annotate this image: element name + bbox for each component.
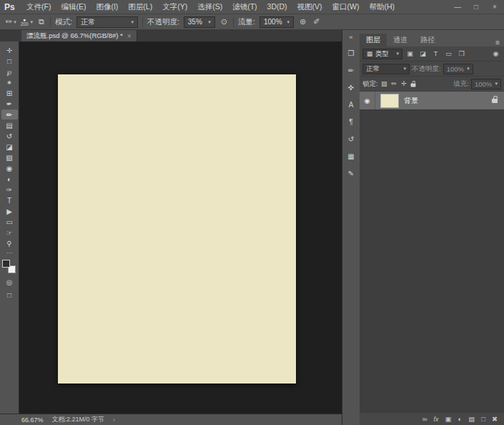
lock-image-pixels-icon[interactable]: ✏ (390, 79, 398, 89)
menu-help[interactable]: 帮助(H) (365, 0, 400, 14)
link-layers-icon[interactable]: ∞ (423, 415, 428, 423)
character-panel-icon[interactable]: A (345, 99, 357, 110)
menu-window[interactable]: 窗口(W) (327, 0, 365, 14)
notes-panel-icon[interactable]: ✎ (345, 168, 357, 179)
zoom-tool[interactable]: ⚲ (1, 238, 18, 248)
move-tool[interactable]: ✛ (1, 45, 18, 55)
add-layer-mask-icon[interactable]: ▣ (445, 415, 452, 423)
layer-style-icon[interactable]: fx (434, 416, 439, 423)
tab-paths[interactable]: 路径 (414, 34, 441, 47)
quick-mask-button[interactable]: ◎ (1, 277, 18, 287)
document-tab[interactable]: 漂流瓶.psd @ 66.7%(RGB/8#) * × (21, 30, 137, 41)
filter-kind-select[interactable]: ▦ 类型 ▾ (362, 49, 402, 59)
paragraph-panel-icon[interactable]: ¶ (345, 117, 357, 127)
gradient-tool[interactable]: ▧ (1, 152, 18, 162)
clone-source-panel-icon[interactable]: ✜ (345, 82, 357, 93)
maximize-button[interactable]: □ (467, 0, 485, 14)
pen-pressure-opacity-icon[interactable]: ⊙ (219, 17, 229, 26)
tab-layers[interactable]: 图层 (360, 34, 387, 47)
delete-layer-icon[interactable]: ✖ (492, 415, 498, 423)
layers-panel-footer: ∞ fx ▣ ◐ ▤ □ ✖ (360, 412, 504, 425)
new-adjustment-layer-icon[interactable]: ◐ (458, 415, 463, 423)
status-options-arrow-icon[interactable]: › (113, 416, 115, 424)
dodge-tool[interactable]: ◐ (1, 174, 18, 184)
filter-shape-icon[interactable]: ▭ (443, 49, 454, 59)
marquee-tool[interactable]: □ (1, 56, 18, 66)
menu-3d[interactable]: 3D(D) (262, 0, 292, 14)
airbrush-icon[interactable]: ⊛ (298, 17, 307, 26)
panel-menu-icon[interactable]: ≡ (495, 39, 504, 47)
pages-panel-icon[interactable]: ❐ (345, 48, 357, 59)
type-tool[interactable]: T (1, 195, 18, 205)
menu-select[interactable]: 选择(S) (192, 0, 227, 14)
filter-pixel-icon[interactable]: ▣ (405, 49, 415, 59)
menu-layer[interactable]: 图层(L) (123, 0, 157, 14)
brush-preset-picker[interactable]: ● 200 ▾ (21, 17, 33, 27)
layer-opacity-select[interactable]: 100% ▾ (443, 64, 473, 74)
histogram-panel-icon[interactable]: ▦ (345, 151, 357, 162)
brush-panel-icon[interactable]: ✏ (345, 65, 357, 76)
layer-thumbnail[interactable] (380, 94, 399, 108)
clone-stamp-tool[interactable]: ▤ (1, 120, 18, 130)
fill-select[interactable]: 100% ▾ (471, 79, 501, 89)
layer-list: ◉ 背景 (360, 92, 504, 412)
flow-select[interactable]: 100% ▾ (260, 16, 294, 28)
collapse-dock-icon[interactable]: « (349, 34, 352, 41)
path-select-tool[interactable]: ▶ (1, 206, 18, 216)
new-layer-icon[interactable]: □ (481, 415, 485, 423)
quick-select-tool[interactable]: ✶ (1, 77, 18, 87)
tab-channels[interactable]: 通道 (387, 34, 414, 47)
lasso-tool[interactable]: ℘ (1, 67, 18, 77)
canvas-area[interactable] (19, 41, 342, 414)
hand-tool[interactable]: ☞ (1, 228, 18, 238)
opacity-value: 35% (188, 18, 202, 26)
document-canvas[interactable] (58, 74, 296, 384)
more-tools-button[interactable]: ⋯ (1, 250, 18, 256)
layer-row-background[interactable]: ◉ 背景 (360, 92, 504, 110)
layer-blend-mode-select[interactable]: 正常 ▾ (362, 64, 410, 74)
menu-filter[interactable]: 滤镜(T) (227, 0, 262, 14)
tool-preset-button[interactable]: ✏ ▾ (6, 17, 16, 26)
filter-adjustment-icon[interactable]: ◪ (417, 49, 428, 59)
lock-position-icon[interactable]: ✛ (400, 79, 408, 89)
zoom-level-field[interactable]: 66.67% (21, 416, 44, 424)
opacity-select[interactable]: 35% ▾ (184, 16, 215, 28)
menu-image[interactable]: 图像(I) (91, 0, 123, 14)
close-button[interactable]: × (485, 0, 504, 14)
minimize-button[interactable]: — (448, 0, 467, 14)
filter-type-icon[interactable]: T (430, 49, 441, 59)
new-group-icon[interactable]: ▤ (468, 415, 475, 423)
chevron-down-icon: ▾ (467, 66, 470, 72)
screen-mode-button[interactable]: □ (1, 290, 18, 300)
layer-name: 背景 (404, 96, 418, 106)
lock-all-icon[interactable] (410, 83, 415, 87)
history-brush-tool[interactable]: ↺ (1, 131, 18, 141)
close-icon[interactable]: × (127, 32, 132, 40)
shape-tool[interactable]: ▭ (1, 217, 18, 227)
mode-label: 模式: (55, 17, 72, 27)
menu-view[interactable]: 视图(V) (292, 0, 327, 14)
layer-visibility-toggle[interactable]: ◉ (360, 92, 375, 109)
filter-smart-object-icon[interactable]: ❒ (456, 49, 467, 59)
color-swatches[interactable] (2, 260, 16, 274)
document-tab-bar: 漂流瓶.psd @ 66.7%(RGB/8#) * × (0, 30, 342, 41)
eyedropper-tool[interactable]: ✒ (1, 99, 18, 109)
eraser-tool[interactable]: ◪ (1, 142, 18, 152)
foreground-color-swatch[interactable] (2, 260, 10, 268)
brush-panel-toggle-icon[interactable]: ⧉ (37, 17, 46, 26)
separator (233, 17, 234, 27)
blend-mode-select[interactable]: 正常 ▾ (76, 16, 138, 28)
filter-toggle-icon[interactable]: ◉ (490, 49, 501, 59)
menu-file[interactable]: 文件(F) (21, 0, 56, 14)
menu-edit[interactable]: 编辑(E) (56, 0, 91, 14)
lock-transparent-pixels-icon[interactable]: ▨ (380, 79, 388, 89)
history-panel-icon[interactable]: ↺ (345, 134, 357, 145)
layers-panel: 图层 通道 路径 ≡ ▦ 类型 ▾ ▣ ◪ T ▭ ❒ (360, 34, 504, 425)
pen-pressure-size-icon[interactable]: ✐ (312, 17, 321, 26)
brush-tool[interactable]: ✏ (1, 109, 18, 119)
menu-type[interactable]: 文字(Y) (157, 0, 192, 14)
options-bar: ✏ ▾ ● 200 ▾ ⧉ 模式: 正常 ▾ 不透明度: 35% ▾ ⊙ 流量:… (0, 14, 504, 30)
blur-tool[interactable]: ◉ (1, 163, 18, 173)
pen-tool[interactable]: ✑ (1, 185, 18, 195)
crop-tool[interactable]: ⊞ (1, 88, 18, 98)
